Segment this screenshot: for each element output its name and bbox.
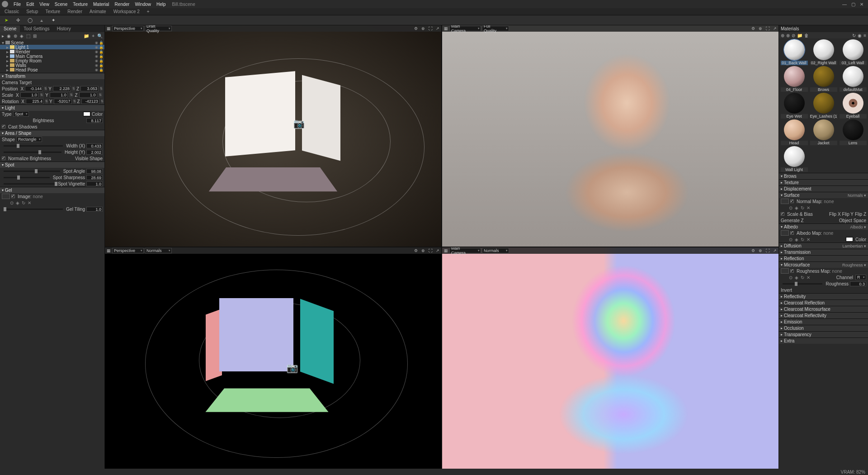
albedo-section[interactable]: AlbedoAlbedo ▾ — [779, 223, 868, 230]
vp-toggle-icon[interactable]: ▦ — [443, 248, 448, 253]
mat-folder-icon[interactable]: 📁 — [797, 33, 802, 38]
width-value[interactable]: 0.433 — [86, 143, 103, 148]
albedo-color-swatch[interactable] — [846, 237, 853, 242]
menu-file[interactable]: File — [11, 2, 24, 7]
scl-y-input[interactable] — [50, 92, 68, 98]
gel-header[interactable]: Gel — [0, 187, 104, 193]
roughness-map-slot[interactable] — [781, 268, 789, 274]
material-item[interactable]: Jacket — [809, 119, 838, 145]
menu-edit[interactable]: Edit — [24, 2, 37, 7]
mat-refresh-icon[interactable]: ↻ — [852, 33, 856, 38]
search-icon[interactable]: 🔍 — [97, 33, 103, 38]
vp-camera-dropdown[interactable]: Perspective — [112, 248, 144, 253]
surface-section[interactable]: SurfaceNormals ▾ — [779, 192, 868, 198]
material-item[interactable]: Eye Wet — [780, 93, 808, 119]
pos-x-input[interactable] — [25, 86, 43, 91]
material-item[interactable]: Wall Light — [780, 146, 808, 172]
emission-section[interactable]: Emission — [779, 318, 868, 325]
menu-scene[interactable]: Scene — [52, 2, 70, 7]
fullscreen-icon[interactable]: ⛶ — [765, 248, 770, 253]
fullscreen-icon[interactable]: ⛶ — [428, 248, 433, 253]
add-icon[interactable]: + — [92, 33, 94, 38]
spot-angle-slider[interactable] — [4, 171, 60, 172]
rot-x-input[interactable] — [26, 99, 44, 104]
roughness-map-checkbox[interactable] — [790, 269, 794, 273]
material-item[interactable]: 02_Right Wall — [809, 39, 838, 65]
popout-icon[interactable]: ↗ — [435, 248, 440, 253]
mat-sort-icon[interactable]: ≡ — [863, 33, 866, 38]
clearcoat-reflectivity-section[interactable]: Clearcoat Reflectivity — [779, 312, 868, 318]
menu-help[interactable]: Help — [154, 2, 169, 7]
height-value[interactable]: 2.002 — [86, 150, 103, 155]
fullscreen-icon[interactable]: ⛶ — [765, 26, 770, 31]
menu-view[interactable]: View — [37, 2, 52, 7]
workspace-tab[interactable]: Setup — [23, 9, 42, 14]
tree-item[interactable]: ▸Light 1◉🔒 — [0, 45, 104, 49]
mat-view-icon[interactable]: ◉ — [858, 33, 862, 38]
expand-icon[interactable]: ⊕ — [758, 26, 763, 31]
material-item[interactable]: Head — [780, 119, 808, 145]
gel-image-checkbox[interactable] — [11, 195, 15, 198]
normal-map-slot[interactable] — [781, 199, 789, 204]
vp-toggle-icon[interactable]: ▦ — [443, 26, 448, 31]
fullscreen-icon[interactable]: ⛶ — [428, 26, 433, 31]
invert-toggle[interactable]: Invert — [781, 288, 792, 293]
popout-icon[interactable]: ↗ — [772, 26, 778, 31]
height-slider[interactable] — [4, 152, 61, 153]
gel-tool-1-icon[interactable]: ⊙ — [10, 200, 14, 205]
material-item[interactable]: Brows — [809, 66, 838, 92]
pos-z-input[interactable] — [80, 86, 99, 91]
left-tab[interactable]: History — [53, 25, 75, 32]
diffusion-section[interactable]: DiffusionLambertian ▾ — [779, 242, 868, 249]
channel-dropdown[interactable]: R — [855, 275, 866, 280]
tree-item[interactable]: ▸Main Camera◉🔒 — [0, 54, 104, 58]
material-item[interactable]: 01_Back Wall — [780, 39, 808, 65]
menu-render[interactable]: Render — [112, 2, 132, 7]
clearcoat-microsurface-section[interactable]: Clearcoat Microsurface — [779, 306, 868, 312]
lock-icon[interactable]: ⊕ — [14, 33, 17, 38]
arrow-tool-icon[interactable]: ➤ — [3, 17, 10, 24]
texture-section[interactable]: Texture — [779, 179, 868, 185]
viewport-bottom-left[interactable]: ▦ Perspective Normals ⚙ ⊕ ⛶ ↗ 📷 — [105, 247, 441, 469]
mat-dup-icon[interactable]: ⊗ — [786, 33, 790, 38]
microsurface-section[interactable]: MicrosurfaceRoughness ▾ — [779, 261, 868, 268]
material-item[interactable]: Eyeball — [839, 93, 867, 119]
popout-icon[interactable]: ↗ — [772, 248, 778, 253]
gel-tool-2-icon[interactable]: ◈ — [16, 200, 19, 205]
brows-material-header[interactable]: Brows — [779, 173, 868, 179]
universal-tool-icon[interactable]: ✦ — [50, 17, 57, 24]
material-item[interactable]: Eye_Lashes (1) — [809, 93, 838, 119]
tool-icon-4[interactable]: ◈ — [20, 33, 24, 38]
viewport-top-left[interactable]: ▦ Perspective Draft Quality ⚙ ⊕ ⛶ ↗ 📷 — [105, 25, 441, 247]
brightness-value[interactable]: 8.117 — [86, 118, 103, 123]
workspace-tab[interactable]: + — [143, 9, 153, 14]
albedo-map-checkbox[interactable] — [790, 231, 794, 235]
tree-item[interactable]: ▸Head Pose◉🔒 — [0, 67, 104, 72]
material-item[interactable]: 04_Floor — [780, 66, 808, 92]
shape-dropdown[interactable]: Rectangle — [16, 137, 42, 142]
scale-tool-icon[interactable]: ⟁ — [38, 17, 45, 24]
occlusion-section[interactable]: Occlusion — [779, 325, 868, 331]
spot-sharpness-slider[interactable] — [4, 177, 50, 178]
menu-window[interactable]: Window — [132, 2, 154, 7]
expand-icon[interactable]: ▸ — [2, 33, 4, 38]
tree-item[interactable]: ▾Scene◉🔒 — [0, 40, 104, 45]
tool-icon-5[interactable]: ⬚ — [26, 33, 30, 38]
vp-toggle-icon[interactable]: ▦ — [106, 26, 111, 31]
workspace-tab[interactable]: Texture — [42, 9, 64, 14]
workspace-tab[interactable]: Classic — [1, 9, 23, 14]
popout-icon[interactable]: ↗ — [435, 26, 440, 31]
reflection-section[interactable]: Reflection — [779, 255, 868, 261]
material-item[interactable]: Lens — [839, 119, 867, 145]
vp-quality-dropdown[interactable]: Draft Quality — [145, 26, 172, 31]
rotate-tool-icon[interactable]: ◯ — [26, 17, 33, 24]
expand-icon[interactable]: ⊕ — [758, 248, 763, 253]
scl-z-input[interactable] — [79, 92, 97, 98]
width-slider[interactable] — [4, 145, 63, 147]
vp-camera-dropdown[interactable]: Main Camera — [449, 248, 481, 253]
displacement-section[interactable]: Displacement — [779, 185, 868, 192]
mat-add-icon[interactable]: ⊕ — [781, 33, 784, 38]
minimize-icon[interactable]: — — [842, 2, 847, 7]
close-icon[interactable]: ✕ — [860, 2, 863, 7]
gear-icon[interactable]: ⚙ — [750, 248, 756, 253]
